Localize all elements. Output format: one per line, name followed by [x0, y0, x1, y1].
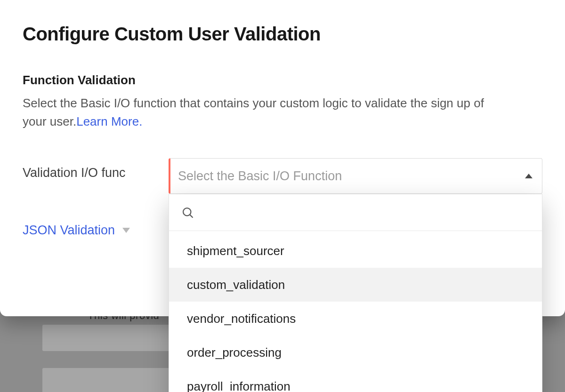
- dropdown-options-list: shipment_sourcercustom_validationvendor_…: [169, 234, 542, 392]
- function-select: Select the Basic I/O Function shipment_s…: [169, 158, 542, 194]
- chevron-down-icon: [122, 228, 130, 233]
- validation-function-label: Validation I/O func: [23, 158, 152, 180]
- function-select-placeholder: Select the Basic I/O Function: [178, 169, 342, 184]
- search-icon: [181, 206, 194, 219]
- svg-line-1: [190, 215, 193, 217]
- learn-more-link[interactable]: Learn More.: [76, 114, 142, 128]
- dropdown-search-input[interactable]: [201, 206, 530, 219]
- function-select-dropdown: shipment_sourcercustom_validationvendor_…: [169, 194, 542, 392]
- page-title: Configure Custom User Validation: [23, 24, 542, 45]
- dropdown-search-row: [169, 194, 542, 231]
- json-validation-toggle[interactable]: JSON Validation: [23, 223, 130, 238]
- svg-point-0: [183, 208, 191, 216]
- section-description: Select the Basic I/O function that conta…: [23, 94, 493, 131]
- dropdown-option[interactable]: payroll_information: [169, 369, 542, 392]
- validation-function-row: Validation I/O func Select the Basic I/O…: [23, 158, 542, 194]
- json-validation-label: JSON Validation: [23, 223, 115, 238]
- chevron-up-icon: [525, 174, 533, 178]
- configure-validation-modal: Configure Custom User Validation Functio…: [0, 0, 565, 316]
- dropdown-option[interactable]: custom_validation: [169, 268, 542, 302]
- section-title: Function Validation: [23, 73, 542, 88]
- dropdown-option[interactable]: shipment_sourcer: [169, 234, 542, 268]
- dropdown-option[interactable]: order_processing: [169, 336, 542, 369]
- dropdown-option[interactable]: vendor_notifications: [169, 302, 542, 336]
- function-select-trigger[interactable]: Select the Basic I/O Function: [169, 158, 542, 194]
